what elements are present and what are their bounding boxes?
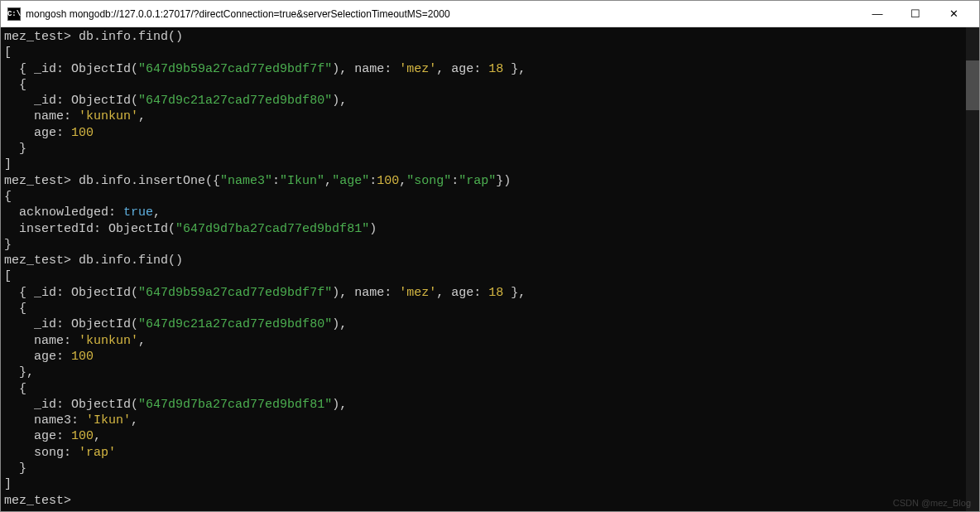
json-value: "Ikun" — [280, 174, 324, 188]
output-brace: { — [4, 382, 26, 396]
string-value: 'mez' — [399, 62, 436, 76]
json-key: "song" — [406, 174, 451, 188]
string-value: 'rap' — [79, 446, 116, 460]
objectid-label: ObjectId — [71, 62, 131, 76]
output-line: { — [4, 286, 34, 300]
shell-prompt: mez_test> — [4, 174, 71, 188]
string-value: 'Ikun' — [86, 413, 131, 427]
output-brace: { — [4, 78, 26, 92]
output-brace: } — [4, 461, 26, 476]
field-key: song — [34, 446, 64, 460]
objectid-label: ObjectId — [71, 317, 131, 331]
json-value: 100 — [377, 174, 399, 188]
field-key: _id — [34, 398, 56, 412]
string-value: 'mez' — [399, 286, 436, 300]
shell-prompt: mez_test> — [4, 494, 71, 508]
window-titlebar: C:\ mongosh mongodb://127.0.0.1:27017/?d… — [1, 1, 979, 27]
minimize-button[interactable]: — — [858, 1, 896, 27]
objectid-value: "647d9b59a27cad77ed9bdf7f" — [138, 62, 332, 76]
field-key: name — [354, 62, 384, 76]
close-button[interactable]: ✕ — [934, 1, 973, 27]
command-text: db.info.find() — [79, 30, 183, 44]
maximize-button[interactable]: ☐ — [896, 1, 934, 27]
output-bracket: [ — [4, 46, 12, 60]
field-key: name — [34, 109, 64, 123]
objectid-value: "647d9b59a27cad77ed9bdf7f" — [138, 286, 332, 300]
output-brace: { — [4, 302, 26, 316]
objectid-value: "647d9c21a27cad77ed9bdf80" — [138, 94, 332, 108]
watermark-text: CSDN @mez_Blog — [893, 498, 971, 508]
objectid-label: ObjectId — [71, 286, 131, 300]
number-value: 100 — [71, 429, 94, 443]
terminal-container: mez_test> db.info.find() [ { _id: Object… — [1, 27, 979, 512]
bool-value: true — [123, 205, 153, 220]
string-value: 'kunkun' — [79, 334, 138, 348]
output-brace: }, — [4, 365, 34, 379]
output-bracket: ] — [4, 157, 12, 171]
field-key: age — [34, 350, 56, 364]
field-key: _id — [34, 286, 56, 300]
json-key: "name3" — [220, 174, 272, 188]
number-value: 100 — [71, 126, 94, 140]
field-key: age — [451, 62, 473, 76]
json-value: "rap" — [459, 174, 496, 188]
output-bracket: ] — [4, 477, 12, 491]
output-bracket: [ — [4, 269, 12, 283]
command-text: db.info.find() — [79, 254, 183, 268]
output-brace: } — [4, 142, 26, 156]
output-brace: } — [4, 238, 12, 252]
window-title: mongosh mongodb://127.0.0.1:27017/?direc… — [26, 8, 858, 20]
field-key: name — [34, 334, 64, 348]
objectid-value: "647d9d7ba27cad77ed9bdf81" — [175, 222, 369, 236]
number-value: 18 — [488, 286, 503, 300]
number-value: 18 — [488, 62, 503, 76]
shell-prompt: mez_test> — [4, 254, 71, 268]
command-text: db.info.insertOne({ — [79, 174, 220, 188]
terminal-output[interactable]: mez_test> db.info.find() [ { _id: Object… — [1, 27, 966, 512]
scrollbar-track[interactable] — [966, 27, 979, 512]
field-key: name — [354, 286, 384, 300]
scrollbar-thumb[interactable] — [966, 60, 979, 110]
json-key: "age" — [332, 174, 369, 188]
shell-prompt: mez_test> — [4, 30, 71, 44]
field-key: age — [34, 429, 56, 443]
string-value: 'kunkun' — [79, 109, 138, 123]
objectid-label: ObjectId — [108, 222, 168, 236]
field-key: insertedId — [19, 222, 94, 236]
number-value: 100 — [71, 350, 94, 364]
field-key: _id — [34, 317, 56, 331]
field-key: _id — [34, 62, 56, 76]
objectid-label: ObjectId — [71, 94, 131, 108]
field-key: age — [451, 286, 473, 300]
window-controls: — ☐ ✕ — [858, 1, 973, 27]
field-key: _id — [34, 94, 56, 108]
objectid-value: "647d9c21a27cad77ed9bdf80" — [138, 317, 332, 331]
output-line: { — [4, 62, 34, 76]
app-icon: C:\ — [7, 7, 21, 21]
output-brace: { — [4, 190, 12, 204]
field-key: acknowledged — [19, 205, 108, 220]
field-key: name3 — [34, 413, 71, 427]
field-key: age — [34, 126, 56, 140]
objectid-value: "647d9d7ba27cad77ed9bdf81" — [138, 398, 332, 412]
objectid-label: ObjectId — [71, 398, 131, 412]
